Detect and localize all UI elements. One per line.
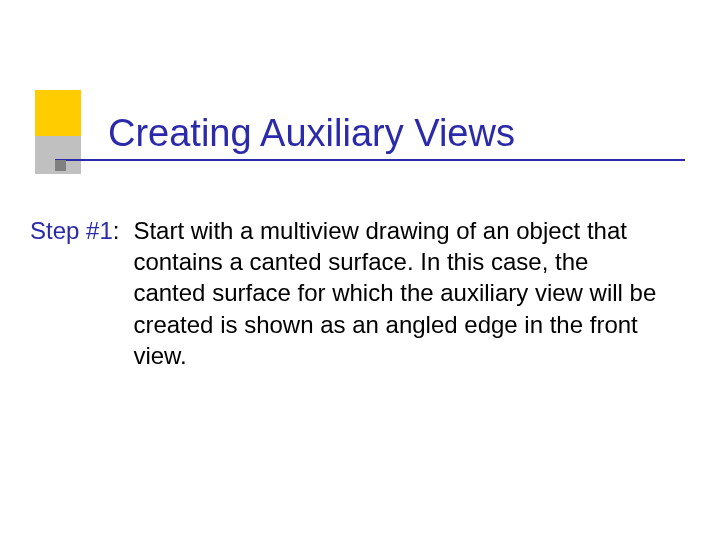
- step-description: Start with a multiview drawing of an obj…: [133, 215, 658, 371]
- title-underline: [55, 159, 685, 161]
- body-block: Step #1: Start with a multiview drawing …: [30, 215, 690, 371]
- step-label: Step #1:: [30, 215, 119, 371]
- step-row: Step #1: Start with a multiview drawing …: [30, 215, 690, 371]
- slide-title: Creating Auxiliary Views: [55, 112, 685, 157]
- decorative-small-gray-square: [55, 160, 66, 171]
- step-number: Step #1: [30, 217, 113, 244]
- title-bar: Creating Auxiliary Views: [55, 112, 685, 161]
- step-colon: :: [113, 217, 120, 244]
- slide: Creating Auxiliary Views Step #1: Start …: [0, 0, 720, 540]
